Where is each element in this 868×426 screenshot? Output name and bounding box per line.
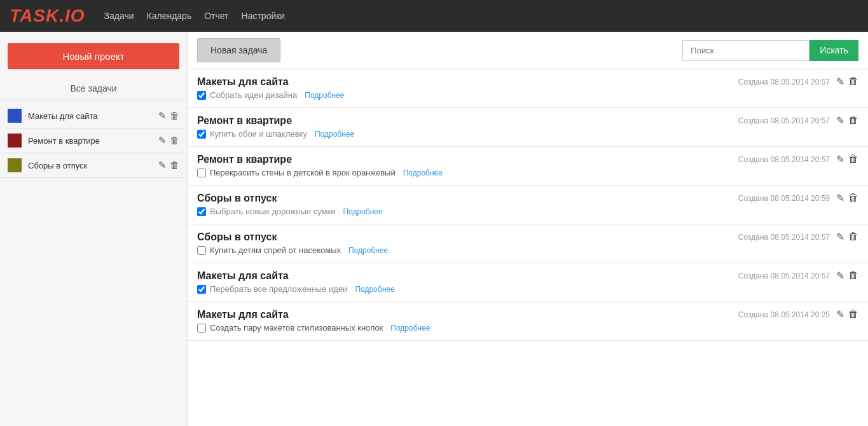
task-text: Перебрать все предложенные идеи [210, 284, 347, 294]
task-group-meta: Создана 08.05.2014 20:59 ✎ 🗑 [738, 192, 858, 204]
nav-report[interactable]: Отчет [204, 11, 228, 21]
task-checkbox[interactable] [197, 207, 206, 216]
task-group-header: Ремонт в квартире Создана 08.05.2014 20:… [197, 114, 858, 127]
task-group-date: Создана 08.05.2014 20:25 [738, 310, 830, 319]
sidebar-project-item[interactable]: Ремонт в квартире ✎ 🗑 [0, 128, 187, 153]
nav-settings[interactable]: Настройки [242, 11, 286, 21]
project-actions: ✎ 🗑 [158, 160, 179, 171]
edit-icon[interactable]: ✎ [836, 192, 844, 204]
task-group-actions: ✎ 🗑 [836, 192, 858, 204]
delete-icon[interactable]: 🗑 [848, 270, 858, 282]
delete-icon[interactable]: 🗑 [848, 76, 858, 88]
task-group-date: Создана 08.05.2014 20:57 [738, 116, 830, 125]
delete-icon[interactable]: 🗑 [170, 110, 179, 121]
project-name: Ремонт в квартире [28, 136, 158, 146]
task-list: Макеты для сайта Создана 08.05.2014 20:5… [188, 69, 868, 426]
task-checkbox[interactable] [197, 285, 206, 294]
details-link[interactable]: Подробнее [390, 324, 430, 333]
toolbar: Новая задача Искать [188, 32, 868, 69]
task-item: Перекрасить стены в детской в ярок оранж… [197, 168, 858, 177]
task-checkbox[interactable] [197, 91, 206, 100]
task-group-header: Макеты для сайта Создана 08.05.2014 20:5… [197, 270, 858, 282]
sidebar-projects: Макеты для сайта ✎ 🗑 Ремонт в квартире ✎… [0, 104, 187, 178]
edit-icon[interactable]: ✎ [158, 110, 167, 121]
task-checkbox[interactable] [197, 246, 206, 255]
project-color [8, 109, 22, 123]
task-group-actions: ✎ 🗑 [836, 231, 858, 243]
task-group-date: Создана 08.05.2014 20:57 [738, 155, 830, 164]
task-text: Купить обои и шпаклевку [210, 129, 307, 139]
edit-icon[interactable]: ✎ [158, 135, 167, 146]
new-task-button[interactable]: Новая задача [197, 38, 280, 62]
task-group-actions: ✎ 🗑 [836, 270, 858, 282]
task-group-actions: ✎ 🗑 [836, 114, 858, 127]
task-item: Выбрать новые дорожные сумки Подробнее [197, 207, 858, 216]
edit-icon[interactable]: ✎ [158, 160, 167, 171]
task-group: Ремонт в квартире Создана 08.05.2014 20:… [188, 147, 868, 186]
delete-icon[interactable]: 🗑 [848, 153, 858, 165]
sidebar-project-item[interactable]: Сборы в отпуск ✎ 🗑 [0, 153, 187, 178]
logo-dot: . [59, 6, 65, 25]
task-group-title: Макеты для сайта [197, 270, 289, 282]
nav-calendar[interactable]: Календарь [147, 11, 192, 21]
edit-icon[interactable]: ✎ [836, 153, 844, 165]
delete-icon[interactable]: 🗑 [848, 231, 858, 243]
main-nav: Задачи Календарь Отчет Настройки [104, 11, 286, 21]
task-checkbox[interactable] [197, 130, 206, 139]
task-group-meta: Создана 08.05.2014 20:57 ✎ 🗑 [738, 270, 858, 282]
task-group-meta: Создана 08.05.2014 20:57 ✎ 🗑 [738, 114, 858, 127]
task-text: Перекрасить стены в детской в ярок оранж… [210, 168, 396, 177]
task-text: Создать пару макетов стилизованных кнопо… [210, 323, 383, 333]
task-group-meta: Создана 08.05.2014 20:57 ✎ 🗑 [738, 153, 858, 165]
task-group-header: Сборы в отпуск Создана 08.05.2014 20:59 … [197, 192, 858, 204]
delete-icon[interactable]: 🗑 [170, 135, 179, 146]
task-group-actions: ✎ 🗑 [836, 153, 858, 165]
new-project-button[interactable]: Новый проект [8, 43, 179, 69]
task-item: Купить обои и шпаклевку Подробнее [197, 129, 858, 139]
details-link[interactable]: Подробнее [403, 168, 443, 177]
edit-icon[interactable]: ✎ [836, 114, 844, 127]
all-tasks-label[interactable]: Все задачи [0, 77, 187, 100]
task-group: Сборы в отпуск Создана 08.05.2014 20:59 … [188, 186, 868, 224]
delete-icon[interactable]: 🗑 [848, 308, 858, 320]
project-actions: ✎ 🗑 [158, 135, 179, 146]
search-button[interactable]: Искать [809, 40, 858, 61]
logo-task: TASK [10, 6, 59, 25]
task-group-title: Макеты для сайта [197, 76, 289, 88]
project-name: Макеты для сайта [28, 111, 158, 121]
edit-icon[interactable]: ✎ [836, 308, 844, 320]
app-logo: TASK.IO [10, 6, 85, 26]
task-group-actions: ✎ 🗑 [836, 308, 858, 320]
navbar: TASK.IO Задачи Календарь Отчет Настройки [0, 0, 868, 32]
sidebar-project-item[interactable]: Макеты для сайта ✎ 🗑 [0, 104, 187, 128]
details-link[interactable]: Подробнее [348, 246, 388, 255]
task-group: Макеты для сайта Создана 08.05.2014 20:5… [188, 69, 868, 108]
details-link[interactable]: Подробнее [315, 130, 354, 139]
edit-icon[interactable]: ✎ [836, 270, 844, 282]
details-link[interactable]: Подробнее [305, 91, 344, 100]
content-area: Новая задача Искать Макеты для сайта Соз… [188, 32, 868, 426]
task-group-header: Сборы в отпуск Создана 08.05.2014 20:57 … [197, 231, 858, 243]
edit-icon[interactable]: ✎ [836, 231, 844, 243]
search-input[interactable] [682, 40, 809, 61]
task-group-title: Макеты для сайта [197, 309, 289, 320]
task-group-meta: Создана 08.05.2014 20:57 ✎ 🗑 [738, 231, 858, 243]
edit-icon[interactable]: ✎ [836, 76, 844, 88]
task-group: Макеты для сайта Создана 08.05.2014 20:2… [188, 302, 868, 341]
delete-icon[interactable]: 🗑 [848, 114, 858, 127]
task-group-date: Создана 08.05.2014 20:57 [738, 78, 830, 86]
details-link[interactable]: Подробнее [343, 207, 382, 216]
search-container: Искать [682, 40, 858, 61]
task-checkbox[interactable] [197, 168, 206, 177]
nav-tasks[interactable]: Задачи [104, 11, 134, 21]
details-link[interactable]: Подробнее [355, 285, 394, 294]
task-group: Сборы в отпуск Создана 08.05.2014 20:57 … [188, 224, 868, 263]
delete-icon[interactable]: 🗑 [848, 192, 858, 204]
task-group-header: Макеты для сайта Создана 08.05.2014 20:2… [197, 308, 858, 320]
task-checkbox[interactable] [197, 324, 206, 333]
task-text: Выбрать новые дорожные сумки [210, 207, 335, 216]
delete-icon[interactable]: 🗑 [170, 160, 179, 171]
task-group-header: Макеты для сайта Создана 08.05.2014 20:5… [197, 76, 858, 88]
task-text: Купить детям спрей от насекомых [210, 245, 341, 255]
project-color [8, 134, 22, 148]
